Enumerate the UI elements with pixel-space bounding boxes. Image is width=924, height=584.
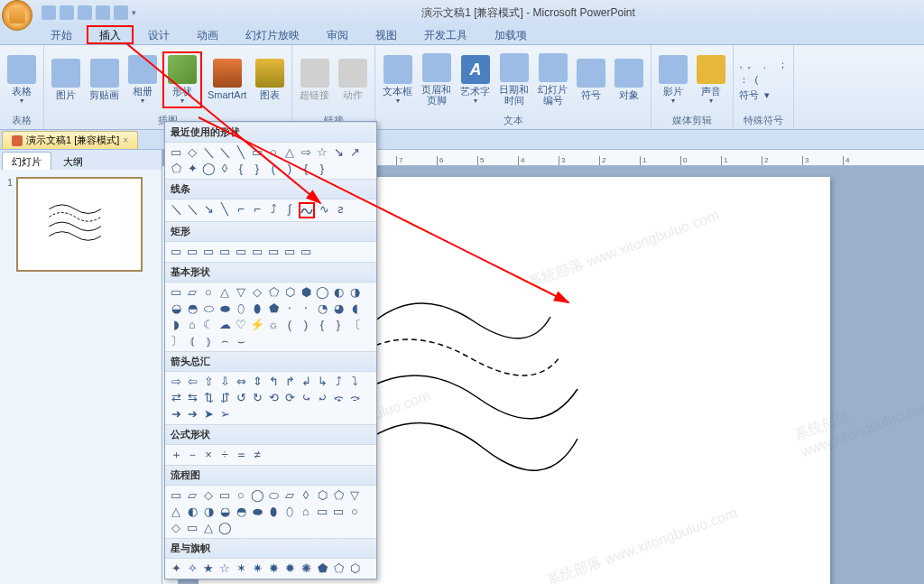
btn-movie[interactable]: 影片: [655, 53, 691, 107]
shape-option[interactable]: ◯: [315, 285, 329, 300]
btn-textbox[interactable]: 文本框: [379, 53, 416, 107]
shape-option[interactable]: ⤿: [299, 391, 313, 405]
shape-option[interactable]: ↗: [347, 145, 362, 160]
shape-option[interactable]: ◇: [169, 521, 183, 535]
slide-thumb-1[interactable]: [16, 177, 143, 272]
shape-option[interactable]: ⬬: [217, 301, 232, 316]
shape-option[interactable]: ◯: [250, 488, 264, 503]
shape-option[interactable]: ∫: [282, 202, 297, 217]
shape-option[interactable]: ⤼: [347, 391, 362, 405]
shape-option[interactable]: ⬟: [266, 301, 281, 316]
shape-option[interactable]: ⌐: [250, 202, 264, 217]
sym-row-2[interactable]: ：(: [739, 73, 788, 87]
btn-dt[interactable]: 日期和 时间: [495, 51, 532, 107]
shape-option[interactable]: ⇨: [299, 145, 313, 160]
shape-option[interactable]: ◇: [250, 285, 264, 300]
shape-option[interactable]: ⤵: [347, 375, 362, 389]
shape-option[interactable]: {: [299, 162, 313, 176]
shape-option[interactable]: ▭: [217, 245, 232, 259]
shape-option[interactable]: ⇵: [217, 391, 232, 405]
shape-option[interactable]: ⬠: [169, 162, 183, 176]
shape-option[interactable]: (: [266, 162, 281, 176]
shape-option[interactable]: ⤴: [266, 202, 281, 217]
shape-option[interactable]: ▭: [185, 521, 199, 535]
shape-option[interactable]: ○: [234, 488, 248, 503]
shape-option[interactable]: ▭: [315, 505, 329, 519]
shape-option[interactable]: ➢: [217, 407, 232, 422]
shape-option[interactable]: ⤾: [315, 391, 329, 405]
qat-save[interactable]: [42, 5, 56, 20]
tab-design[interactable]: 设计: [135, 25, 182, 44]
shape-option[interactable]: ⌐: [234, 202, 248, 217]
shape-option[interactable]: ◐: [185, 505, 199, 519]
shape-option[interactable]: {: [315, 318, 329, 332]
btn-hf[interactable]: 页眉和 页脚: [418, 51, 455, 107]
shape-option[interactable]: [299, 202, 315, 218]
shape-option[interactable]: ⬠: [331, 488, 346, 503]
shape-option[interactable]: ⇔: [234, 375, 248, 389]
btn-smartart[interactable]: SmartArt: [204, 57, 250, 102]
shape-option[interactable]: ◯: [217, 521, 232, 535]
shape-option[interactable]: ⟳: [282, 391, 297, 405]
shape-option[interactable]: ↺: [234, 391, 248, 405]
shape-option[interactable]: ◓: [185, 301, 199, 316]
shape-option[interactable]: ↳: [315, 375, 329, 389]
shape-option[interactable]: ◔: [315, 301, 329, 316]
shape-option[interactable]: ▭: [169, 285, 183, 300]
shape-option[interactable]: ☼: [266, 318, 281, 332]
shape-option[interactable]: }: [250, 162, 264, 176]
shape-option[interactable]: ▽: [347, 488, 362, 503]
shape-option[interactable]: △: [282, 145, 297, 160]
sidetab-slides[interactable]: 幻灯片: [2, 152, 51, 170]
shape-option[interactable]: ⚡: [250, 318, 264, 332]
shape-option[interactable]: ✹: [282, 561, 297, 576]
shape-option[interactable]: ＼: [201, 145, 216, 160]
shape-option[interactable]: ◐: [331, 285, 346, 300]
shape-option[interactable]: ▭: [250, 245, 264, 259]
shape-option[interactable]: ▭: [234, 245, 248, 259]
shape-option[interactable]: ▱: [282, 488, 297, 503]
shape-option[interactable]: ◑: [347, 285, 362, 300]
shape-option[interactable]: ⇕: [250, 375, 264, 389]
tab-view[interactable]: 视图: [363, 25, 410, 44]
shape-option[interactable]: ⬠: [266, 285, 281, 300]
tab-review[interactable]: 审阅: [314, 25, 361, 44]
shape-option[interactable]: －: [185, 448, 199, 462]
shape-option[interactable]: }: [315, 162, 329, 176]
shape-option[interactable]: ✷: [250, 561, 264, 576]
shape-option[interactable]: ▭: [185, 245, 199, 259]
shape-option[interactable]: △: [169, 505, 183, 519]
shape-option[interactable]: ▭: [331, 505, 346, 519]
shape-option[interactable]: ⬞: [282, 301, 297, 316]
shape-option[interactable]: }: [331, 318, 346, 332]
shape-option[interactable]: ◑: [201, 505, 216, 519]
shape-option[interactable]: ƨ: [333, 202, 347, 217]
shape-option[interactable]: ∿: [317, 202, 331, 217]
shape-option[interactable]: ◓: [234, 505, 248, 519]
shape-option[interactable]: ☆: [315, 145, 329, 160]
shape-option[interactable]: ➤: [201, 407, 216, 422]
shape-option[interactable]: ⇨: [169, 375, 183, 389]
shape-option[interactable]: ○: [266, 145, 281, 160]
shape-option[interactable]: ↰: [266, 375, 281, 389]
shape-option[interactable]: ✦: [185, 162, 199, 176]
shape-option[interactable]: △: [217, 285, 232, 300]
shape-option[interactable]: ⬡: [347, 561, 362, 576]
btn-shapes[interactable]: 形状: [162, 51, 202, 108]
shape-option[interactable]: ⌢: [217, 334, 232, 348]
shape-option[interactable]: ☾: [201, 318, 216, 332]
shape-option[interactable]: ≠: [250, 448, 264, 462]
shape-option[interactable]: ↱: [282, 375, 297, 389]
shape-option[interactable]: ▭: [201, 245, 216, 259]
shape-option[interactable]: ⬟: [315, 561, 329, 576]
sym-more[interactable]: 符号▾: [739, 88, 788, 102]
shape-option[interactable]: ⬭: [266, 488, 281, 503]
shape-option[interactable]: ⦅: [185, 334, 199, 348]
shape-option[interactable]: ⇦: [185, 375, 199, 389]
shape-option[interactable]: ⌣: [234, 334, 248, 348]
shape-option[interactable]: ★: [201, 561, 216, 576]
btn-chart[interactable]: 图表: [252, 57, 288, 102]
btn-pic[interactable]: 图片: [48, 57, 84, 102]
shape-option[interactable]: ▭: [266, 245, 281, 259]
shape-option[interactable]: ↲: [299, 375, 313, 389]
